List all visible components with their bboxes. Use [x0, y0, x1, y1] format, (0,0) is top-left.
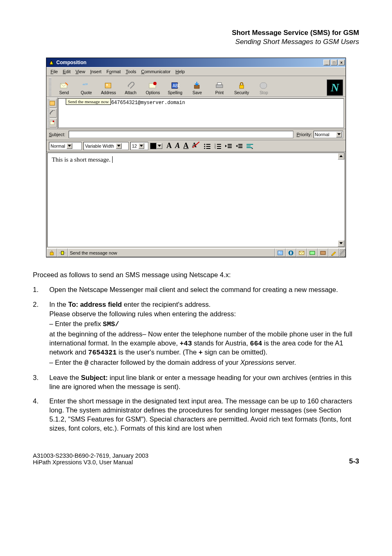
footer-docid: A31003-S2330-B690-2-7619, January 2003 [33, 452, 148, 459]
bullet-list-button[interactable] [203, 142, 211, 150]
taskbar-news-icon[interactable] [307, 248, 318, 257]
paragraph-style-dropdown[interactable]: Normal [49, 142, 82, 150]
svg-rect-13 [217, 83, 221, 85]
status-lock-icon[interactable] [46, 248, 57, 257]
taskbar-mail-icon[interactable] [296, 248, 307, 257]
svg-rect-37 [217, 148, 221, 149]
menu-format[interactable]: Format [104, 68, 123, 75]
svg-point-28 [204, 146, 205, 147]
svg-rect-27 [206, 144, 210, 145]
save-button[interactable]: Save [186, 80, 208, 96]
menu-bar: File Edit View Insert Format Tools Commu… [46, 67, 346, 76]
svg-rect-60 [321, 251, 325, 255]
scroll-down-button[interactable] [338, 240, 344, 247]
svg-rect-31 [206, 148, 210, 149]
svg-point-2 [52, 63, 53, 64]
window-titlebar[interactable]: Composition _ □ × [46, 58, 346, 67]
svg-rect-33 [217, 144, 221, 145]
toolbar-grip[interactable] [49, 78, 51, 96]
close-button[interactable]: × [338, 60, 345, 65]
priority-dropdown[interactable]: Normal [314, 131, 343, 138]
svg-marker-22 [140, 145, 143, 147]
svg-marker-42 [236, 145, 238, 147]
svg-point-18 [53, 120, 54, 122]
indent-button[interactable] [235, 142, 243, 150]
svg-rect-39 [228, 144, 232, 145]
svg-rect-41 [228, 147, 232, 148]
scroll-up-button[interactable] [338, 153, 344, 160]
menu-file[interactable]: File [48, 68, 60, 75]
step-number: 4. [33, 397, 49, 433]
quote-button[interactable]: “” Quote [75, 80, 97, 96]
send-icon [59, 81, 69, 90]
menu-insert[interactable]: Insert [88, 68, 104, 75]
options-icon [148, 81, 158, 90]
minimize-button[interactable]: _ [323, 60, 330, 65]
clear-style-button[interactable]: A [192, 141, 200, 151]
font-color-dropdown[interactable] [150, 143, 162, 149]
svg-marker-49 [251, 148, 253, 149]
taskbar-nav-icon[interactable] [286, 248, 296, 257]
step-number: 2. [33, 300, 49, 368]
to-address-field[interactable]: Send the message now To: sms/+4306476543… [58, 98, 344, 128]
svg-rect-40 [228, 146, 232, 146]
svg-rect-59 [310, 251, 315, 255]
italic-button[interactable]: A [175, 141, 180, 150]
font-family-dropdown[interactable]: Variable Width [83, 142, 129, 150]
outdent-button[interactable] [225, 142, 232, 150]
step-3-text: Leave the Subject: input line blank or e… [49, 373, 359, 392]
step-4-text: Enter the short message in the designate… [49, 397, 359, 433]
svg-rect-48 [247, 147, 252, 148]
page-header-subtitle: Sending Short Messages to GSM Users [33, 38, 359, 46]
menu-edit[interactable]: Edit [60, 68, 73, 75]
netscape-throbber[interactable]: N [327, 79, 343, 96]
security-button[interactable]: Security [231, 80, 253, 96]
message-body-text: This is a short message. [52, 156, 113, 163]
attach-button[interactable]: Attach [120, 80, 142, 96]
save-icon [192, 81, 203, 90]
underline-button[interactable]: A [183, 141, 189, 150]
lock-icon [236, 81, 247, 90]
intro-paragraph: Proceed as follows to send an SMS messag… [33, 271, 359, 280]
menu-help[interactable]: Help [173, 68, 187, 75]
taskbar-icon-1[interactable] [275, 248, 286, 257]
font-size-dropdown[interactable]: 12 [130, 142, 148, 150]
page-number: 5-3 [349, 457, 359, 466]
subject-input[interactable] [69, 131, 293, 138]
chevron-down-icon [157, 143, 162, 149]
color-swatch [150, 143, 157, 149]
bold-button[interactable]: A [166, 141, 172, 150]
spelling-icon: ABC [170, 81, 180, 90]
address-button[interactable]: Address [97, 80, 120, 96]
status-online-icon[interactable] [57, 248, 68, 257]
send-button[interactable]: Send [53, 80, 75, 96]
print-button[interactable]: Print [208, 80, 231, 96]
svg-rect-45 [238, 147, 242, 148]
align-button[interactable] [246, 142, 254, 150]
menu-communicator[interactable]: Communicator [138, 68, 173, 75]
svg-rect-29 [206, 146, 210, 147]
svg-rect-43 [238, 144, 242, 145]
menu-view[interactable]: View [73, 68, 88, 75]
resize-grip[interactable] [339, 248, 346, 257]
options-button[interactable]: Options [142, 80, 164, 96]
taskbar-compose-icon[interactable] [328, 248, 339, 257]
number-list-button[interactable]: 123 [214, 142, 221, 150]
maximize-button[interactable]: □ [331, 60, 337, 65]
svg-marker-50 [339, 155, 343, 157]
footer-product: HiPath Xpressions V3.0, User Manual [33, 459, 148, 466]
svg-rect-35 [217, 146, 221, 147]
address-icon [103, 81, 114, 90]
priority-label: Priority: [297, 132, 312, 137]
svg-marker-15 [260, 83, 267, 88]
svg-rect-12 [216, 85, 223, 88]
svg-rect-5 [105, 83, 111, 88]
taskbar-addr-icon[interactable] [318, 248, 328, 257]
svg-text:3: 3 [214, 147, 216, 149]
message-body-editor[interactable]: This is a short message. [47, 153, 345, 247]
svg-point-8 [153, 82, 157, 85]
menu-tools[interactable]: Tools [123, 68, 139, 75]
svg-rect-52 [50, 253, 53, 255]
svg-marker-51 [339, 242, 343, 244]
spelling-button[interactable]: ABC Spelling [164, 80, 186, 96]
